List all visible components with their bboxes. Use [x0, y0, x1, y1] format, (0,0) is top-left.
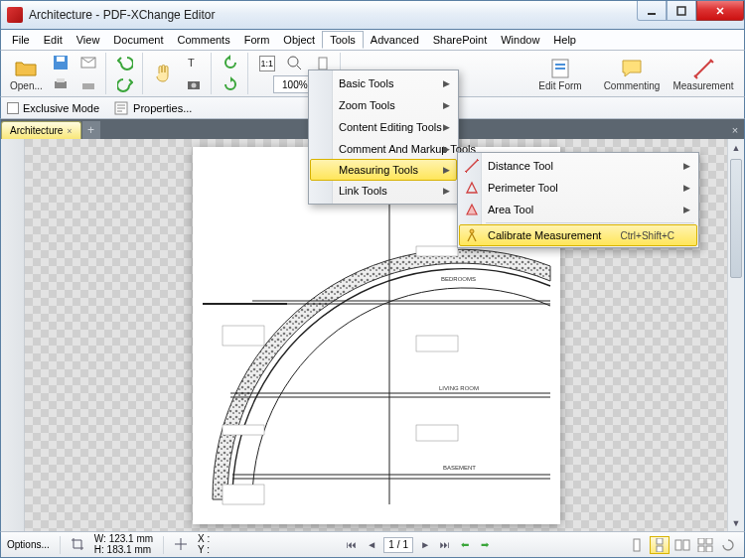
view-facing[interactable] — [672, 536, 692, 554]
svg-rect-4 — [55, 81, 67, 88]
next-page-button[interactable]: ► — [417, 537, 433, 553]
perimeter-icon — [464, 180, 480, 196]
hand-tool[interactable] — [149, 54, 179, 93]
status-options[interactable]: Options... — [7, 539, 50, 550]
menu-sharepoint[interactable]: SharePoint — [426, 32, 494, 48]
mail-icon — [80, 55, 96, 70]
rotate-cw[interactable] — [218, 74, 243, 94]
navigation-gutter[interactable] — [1, 139, 25, 531]
exclusive-mode-toggle[interactable]: Exclusive Mode — [7, 102, 99, 114]
menu-file[interactable]: File — [5, 32, 37, 48]
menu-link-tools[interactable]: Link Tools▶ — [311, 180, 456, 202]
measurement-button[interactable]: Measurement — [670, 53, 736, 94]
svg-rect-12 — [319, 58, 327, 70]
camera-icon — [186, 76, 202, 92]
svg-point-34 — [470, 229, 474, 233]
svg-rect-35 — [634, 539, 640, 551]
menu-comment-markup-tools[interactable]: Comment And Markup Tools▶ — [311, 138, 456, 160]
svg-rect-38 — [675, 540, 681, 550]
menu-form[interactable]: Form — [237, 32, 277, 48]
email-button[interactable] — [75, 53, 101, 72]
view-facing-continuous[interactable] — [695, 536, 715, 554]
scanner-icon — [80, 76, 96, 92]
view-single[interactable] — [627, 536, 647, 554]
svg-rect-7 — [82, 83, 94, 89]
close-button[interactable] — [696, 1, 744, 21]
svg-rect-15 — [555, 68, 565, 70]
save-button[interactable] — [48, 53, 74, 72]
svg-rect-5 — [57, 78, 65, 82]
page-current[interactable]: 1 — [388, 539, 394, 550]
statusbar: Options... W: 123.1 mm H: 183.1 mm X : Y… — [0, 531, 745, 558]
nav-fwd-button[interactable]: ➡ — [477, 537, 493, 553]
svg-rect-28 — [223, 326, 264, 346]
prev-page-button[interactable]: ◄ — [364, 537, 379, 553]
undo-icon — [117, 55, 133, 70]
edit-form-button[interactable]: Edit Form — [527, 53, 593, 94]
menu-edit[interactable]: Edit — [37, 32, 70, 48]
zoom-actual[interactable]: 1:1 — [254, 54, 280, 73]
menu-document[interactable]: Document — [106, 32, 170, 48]
tools-menu: Basic Tools▶ Zoom Tools▶ Content Editing… — [308, 70, 459, 205]
svg-rect-30 — [223, 485, 264, 504]
scroll-up-icon[interactable]: ▲ — [728, 139, 744, 156]
crop-icon — [71, 537, 84, 553]
snapshot-tool[interactable] — [181, 74, 207, 94]
minimize-button[interactable] — [637, 1, 667, 21]
menu-comments[interactable]: Comments — [171, 32, 237, 48]
scan-button[interactable] — [75, 74, 101, 94]
rotate-ccw[interactable] — [218, 53, 243, 72]
svg-rect-41 — [706, 538, 712, 544]
svg-rect-40 — [698, 538, 704, 544]
status-x: X : — [198, 534, 210, 545]
last-page-button[interactable]: ⏭ — [437, 537, 453, 553]
maximize-button[interactable] — [667, 1, 696, 21]
floppy-icon — [53, 55, 69, 70]
menu-help[interactable]: Help — [546, 32, 583, 48]
menu-distance-tool[interactable]: Distance Tool▶ — [460, 155, 696, 177]
menu-basic-tools[interactable]: Basic Tools▶ — [311, 72, 456, 94]
menu-tools[interactable]: Tools — [322, 31, 364, 49]
new-tab-button[interactable]: + — [82, 121, 100, 139]
menu-view[interactable]: View — [70, 32, 107, 48]
rotate-ccw-icon — [223, 55, 238, 70]
undo-button[interactable] — [112, 53, 138, 72]
menu-content-editing-tools[interactable]: Content Editing Tools▶ — [311, 116, 456, 138]
page-navigator: ⏮ ◄ 1 / 1 ► ⏭ ⬅ ➡ — [344, 537, 493, 553]
svg-rect-29 — [223, 425, 264, 435]
comment-icon — [620, 57, 644, 80]
folder-icon — [14, 57, 38, 80]
open-button[interactable]: Open... — [7, 54, 46, 93]
menu-calibrate-measurement[interactable]: Calibrate Measurement Ctrl+Shift+C — [459, 224, 697, 246]
zoom-out[interactable] — [282, 54, 308, 73]
svg-text:T: T — [188, 57, 195, 69]
tab-close-icon[interactable]: × — [67, 126, 72, 136]
menu-area-tool[interactable]: Area Tool▶ — [460, 199, 696, 220]
menu-object[interactable]: Object — [276, 32, 322, 48]
scroll-thumb[interactable] — [730, 159, 742, 278]
nav-back-button[interactable]: ⬅ — [457, 537, 473, 553]
select-tool[interactable]: T — [181, 53, 207, 72]
close-all-tabs[interactable]: × — [726, 121, 744, 139]
tab-architecture[interactable]: Architecture × — [1, 121, 81, 139]
page-total: 1 — [403, 539, 409, 550]
vertical-scrollbar[interactable]: ▲ ▼ — [727, 139, 744, 531]
menu-measuring-tools[interactable]: Measuring Tools▶ — [310, 159, 457, 181]
view-continuous[interactable] — [650, 536, 670, 554]
redo-button[interactable] — [112, 74, 138, 94]
scroll-down-icon[interactable]: ▼ — [728, 514, 744, 531]
status-height: H: 183.1 mm — [94, 545, 153, 556]
menu-advanced[interactable]: Advanced — [364, 32, 426, 48]
menubar: File Edit View Document Comments Form Ob… — [0, 30, 745, 50]
label-basement: BASEMENT — [443, 465, 476, 471]
commenting-button[interactable]: Commenting — [599, 53, 665, 94]
first-page-button[interactable]: ⏮ — [344, 537, 360, 553]
properties-button[interactable]: Properties... — [113, 100, 192, 116]
print-button[interactable] — [48, 74, 74, 94]
menu-zoom-tools[interactable]: Zoom Tools▶ — [311, 94, 456, 116]
menu-window[interactable]: Window — [494, 32, 546, 48]
view-rotate[interactable] — [718, 536, 738, 554]
hand-icon — [152, 62, 176, 85]
menu-perimeter-tool[interactable]: Perimeter Tool▶ — [460, 177, 696, 199]
label-bedrooms: BEDROOMS — [441, 276, 476, 282]
